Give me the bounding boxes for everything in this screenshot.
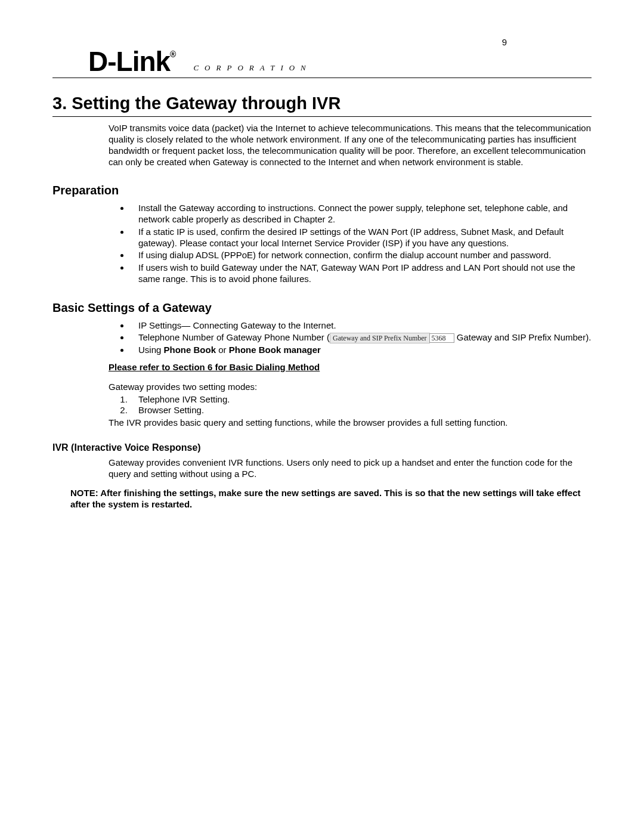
- logo-text: D-Link: [88, 46, 170, 77]
- list-item: Telephone Number of Gateway Phone Number…: [130, 332, 592, 343]
- list-item: If users wish to build Gateway under the…: [130, 262, 592, 285]
- intro-paragraph: VoIP transmits voice data (packet) via t…: [109, 123, 592, 168]
- reference-line: Please refer to Section 6 for Basic Dial…: [109, 362, 592, 373]
- modes-list: Telephone IVR Setting. Browser Setting.: [52, 394, 592, 417]
- basic-settings-list: IP Settings— Connecting Gateway to the I…: [52, 320, 592, 357]
- list-item: If a static IP is used, confirm the desi…: [130, 227, 592, 249]
- header-divider: [52, 78, 592, 78]
- page: 9 D-Link® CORPORATION 3. Setting the Gat…: [0, 0, 644, 833]
- trademark-icon: ®: [170, 49, 175, 59]
- prefix-number-input[interactable]: 5368: [429, 333, 454, 343]
- text: Using: [138, 345, 164, 355]
- prefix-number-label: Gateway and SIP Prefix Number: [330, 333, 430, 343]
- modes-intro: Gateway provides two setting modes:: [109, 382, 592, 393]
- corporation-text: CORPORATION: [193, 63, 311, 75]
- note-text: NOTE: After finishing the settings, make…: [70, 488, 592, 510]
- text: or: [216, 345, 229, 355]
- preparation-list: Install the Gateway according to instruc…: [52, 203, 592, 284]
- logo: D-Link®: [88, 48, 175, 75]
- ivr-heading: IVR (Interactive Voice Response): [52, 442, 592, 454]
- list-item: IP Settings— Connecting Gateway to the I…: [130, 320, 592, 332]
- list-item: Browser Setting.: [130, 405, 592, 416]
- phone-book-manager-bold: Phone Book manager: [229, 345, 321, 355]
- page-number: 9: [502, 37, 507, 48]
- ivr-paragraph: Gateway provides convenient IVR function…: [109, 457, 592, 480]
- list-item: Using Phone Book or Phone Book manager: [130, 345, 592, 356]
- text: Telephone Number of Gateway Phone Number…: [138, 332, 330, 342]
- basic-settings-heading: Basic Settings of a Gateway: [52, 301, 592, 315]
- list-item: Telephone IVR Setting.: [130, 394, 592, 405]
- preparation-heading: Preparation: [52, 183, 592, 198]
- modes-outro: The IVR provides basic query and setting…: [109, 417, 592, 429]
- header: D-Link® CORPORATION: [52, 48, 592, 78]
- list-item: Install the Gateway according to instruc…: [130, 203, 592, 225]
- text: Gateway and SIP Prefix Number).: [457, 332, 592, 342]
- list-item: If using dialup ADSL (PPPoE) for network…: [130, 250, 592, 261]
- phone-book-bold: Phone Book: [164, 345, 216, 355]
- content: 3. Setting the Gateway through IVR VoIP …: [52, 92, 592, 510]
- section-title: 3. Setting the Gateway through IVR: [52, 92, 592, 117]
